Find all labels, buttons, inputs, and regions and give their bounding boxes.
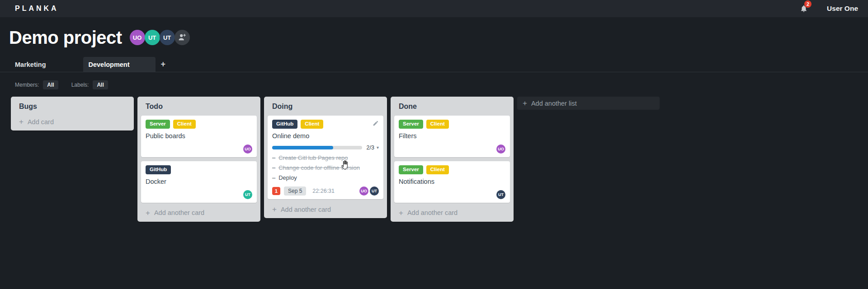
add-card-label: Add another card bbox=[281, 206, 331, 213]
project-members: UO UT UT bbox=[130, 30, 190, 45]
list-bugs: Bugs + Add card bbox=[11, 97, 134, 131]
card-title: Notifications bbox=[399, 178, 505, 185]
card-title: Online demo bbox=[272, 132, 379, 140]
person-add-icon bbox=[178, 33, 186, 43]
add-card-button[interactable]: + Add card bbox=[14, 116, 130, 127]
user-menu[interactable]: User One bbox=[827, 5, 858, 13]
card-label: GitHub bbox=[146, 165, 171, 174]
tab-label: Marketing bbox=[15, 61, 46, 68]
kanban-board: Bugs + Add card Todo Server Client Publi… bbox=[0, 97, 868, 222]
task-item: –Change code for offline version bbox=[272, 163, 379, 173]
page-title[interactable]: Demo project bbox=[9, 28, 122, 48]
add-member-button[interactable] bbox=[175, 30, 190, 45]
plus-icon: + bbox=[523, 99, 527, 107]
notifications-button[interactable]: 2 bbox=[800, 4, 808, 13]
progress-bar bbox=[272, 146, 362, 149]
labels-filter-value[interactable]: All bbox=[93, 80, 108, 89]
task-list: –Create GitHub Pages repo –Change code f… bbox=[272, 153, 379, 183]
add-card-button[interactable]: + Add another card bbox=[268, 203, 383, 214]
card-label: GitHub bbox=[272, 120, 297, 129]
list-title[interactable]: Done bbox=[394, 99, 510, 116]
avatar[interactable]: UT bbox=[243, 190, 252, 199]
timer-value: 22:26:31 bbox=[312, 188, 335, 194]
card-online-demo[interactable]: GitHub Client Online demo 2/3 ▾ –Create … bbox=[268, 116, 383, 199]
card-labels: GitHub bbox=[146, 165, 252, 174]
list-doing: Doing GitHub Client Online demo 2/3 ▾ bbox=[264, 97, 387, 218]
card-label: Client bbox=[426, 120, 449, 129]
add-card-button[interactable]: + Add another card bbox=[141, 207, 257, 218]
add-list-button[interactable]: + Add another list bbox=[517, 97, 660, 110]
edit-pencil-icon[interactable] bbox=[373, 120, 379, 128]
tab-development[interactable]: Development bbox=[83, 57, 156, 72]
task-bullet: – bbox=[272, 154, 275, 161]
plus-icon: + bbox=[399, 209, 403, 217]
card-members: UT bbox=[146, 190, 252, 199]
task-item: –Create GitHub Pages repo bbox=[272, 153, 379, 163]
add-board-button[interactable]: + bbox=[161, 57, 166, 72]
task-text: Deploy bbox=[278, 174, 297, 181]
list-title[interactable]: Todo bbox=[141, 99, 257, 116]
card-label: Server bbox=[399, 120, 423, 129]
avatar[interactable]: UT bbox=[496, 190, 505, 199]
labels-filter-label: Labels: bbox=[71, 82, 89, 88]
plus-icon: + bbox=[19, 118, 24, 126]
add-card-label: Add card bbox=[28, 118, 54, 126]
filter-bar: Members: All Labels: All bbox=[0, 80, 868, 89]
list-todo: Todo Server Client Public boards UO GitH… bbox=[137, 97, 260, 222]
card-label: Server bbox=[399, 165, 423, 174]
task-text: Change code for offline version bbox=[278, 164, 360, 171]
card-badges: 1 Sep 5 22:26:31 UO UT bbox=[272, 186, 379, 196]
top-bar: PLANKA 2 User One bbox=[0, 0, 868, 17]
avatar[interactable]: UT bbox=[145, 30, 160, 45]
task-bullet: – bbox=[272, 174, 275, 181]
card-title: Docker bbox=[146, 178, 252, 185]
card-labels: Server Client bbox=[399, 120, 505, 129]
add-list-label: Add another list bbox=[531, 100, 577, 107]
card-label: Client bbox=[426, 165, 449, 174]
progress-fill bbox=[272, 146, 333, 149]
card-labels: Server Client bbox=[399, 165, 505, 174]
card-members: UO UT bbox=[359, 186, 379, 196]
avatar[interactable]: UO bbox=[496, 144, 505, 154]
card-members: UT bbox=[399, 190, 505, 199]
members-filter-value[interactable]: All bbox=[43, 80, 58, 89]
card-members: UO bbox=[146, 144, 252, 154]
avatar[interactable]: UO bbox=[243, 144, 252, 154]
chevron-down-icon[interactable]: ▾ bbox=[377, 145, 379, 150]
avatar[interactable]: UT bbox=[160, 30, 175, 45]
task-item: –Deploy bbox=[272, 173, 379, 183]
avatar[interactable]: UO bbox=[130, 30, 145, 45]
list-done: Done Server Client Filters UO Server Cli… bbox=[391, 97, 514, 222]
add-card-label: Add another card bbox=[154, 209, 204, 216]
plus-icon: + bbox=[146, 209, 150, 217]
card-members: UO bbox=[399, 144, 505, 154]
task-progress: 2/3 ▾ bbox=[272, 144, 379, 151]
card-title: Filters bbox=[399, 132, 505, 140]
project-header: Demo project UO UT UT bbox=[0, 17, 868, 51]
tab-marketing[interactable]: Marketing bbox=[15, 57, 46, 72]
list-title[interactable]: Doing bbox=[268, 99, 383, 116]
card-filters[interactable]: Server Client Filters UO bbox=[394, 116, 510, 157]
card-labels: GitHub Client bbox=[272, 120, 379, 129]
card-label: Client bbox=[301, 120, 323, 129]
progress-count: 2/3 bbox=[367, 144, 374, 151]
card-notifications[interactable]: Server Client Notifications UT bbox=[394, 161, 510, 203]
notification-count-badge: 2 bbox=[804, 0, 811, 8]
task-bullet: – bbox=[272, 164, 275, 171]
plus-icon: + bbox=[272, 205, 277, 213]
members-filter-label: Members: bbox=[15, 82, 39, 88]
list-title[interactable]: Bugs bbox=[14, 99, 130, 116]
add-card-button[interactable]: + Add another card bbox=[394, 207, 510, 218]
card-labels: Server Client bbox=[146, 120, 252, 129]
card-docker[interactable]: GitHub Docker UT bbox=[141, 161, 257, 203]
card-notification-badge: 1 bbox=[272, 187, 280, 195]
board-tabs: Marketing Development + bbox=[0, 57, 868, 72]
tab-label: Development bbox=[89, 61, 130, 68]
card-label: Client bbox=[173, 120, 196, 129]
planka-app: PLANKA 2 User One Demo project UO UT UT bbox=[0, 0, 868, 289]
avatar[interactable]: UO bbox=[359, 186, 368, 196]
add-card-label: Add another card bbox=[407, 209, 458, 216]
planka-logo: PLANKA bbox=[15, 5, 59, 13]
card-public-boards[interactable]: Server Client Public boards UO bbox=[141, 116, 257, 157]
avatar[interactable]: UT bbox=[370, 186, 379, 196]
